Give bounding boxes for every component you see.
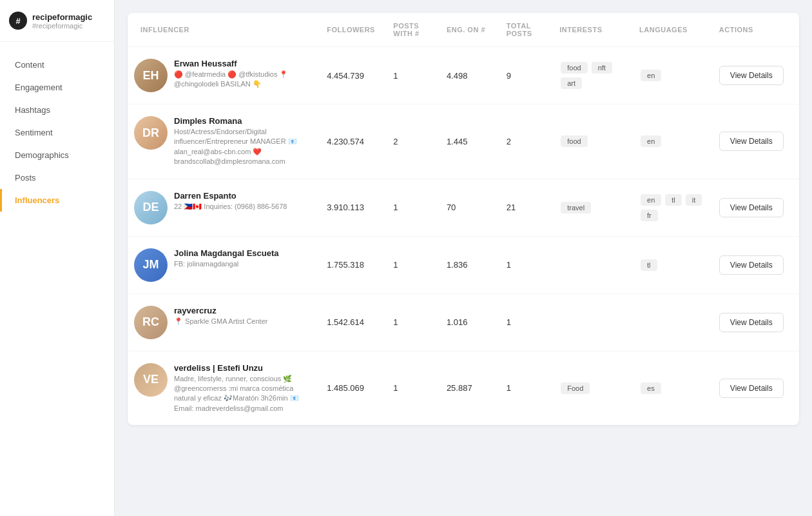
influencer-info: Jolina Magdangal Escueta FB: jolinamagda… bbox=[174, 248, 279, 269]
languages-cell bbox=[633, 293, 713, 351]
influencer-name: verdeliss | Estefi Unzu bbox=[174, 363, 309, 373]
view-details-button[interactable]: View Details bbox=[719, 198, 784, 217]
view-details-button[interactable]: View Details bbox=[719, 66, 784, 85]
avatar: VE bbox=[134, 363, 168, 397]
followers-cell: 4.230.574 bbox=[320, 104, 387, 179]
main-content: INFLUENCER FOLLOWERS POSTS WITH # ENG. O… bbox=[115, 0, 812, 516]
engagement-cell: 4.498 bbox=[440, 47, 500, 104]
interests-cell: Food bbox=[553, 351, 633, 425]
brand-logo-icon: # bbox=[9, 12, 27, 30]
avatar: JM bbox=[134, 248, 168, 282]
language-tag: en bbox=[641, 194, 661, 206]
languages-cell: en bbox=[633, 104, 713, 179]
influencer-cell-2: DR Dimples Romana Host/Actress/Endorser/… bbox=[128, 104, 320, 179]
sidebar-item-content[interactable]: Content bbox=[0, 54, 114, 76]
interest-tag: travel bbox=[561, 202, 591, 213]
brand-text: recipeformagic #recipeformagic bbox=[32, 12, 92, 30]
view-details-button[interactable]: View Details bbox=[719, 379, 784, 398]
followers-cell: 4.454.739 bbox=[320, 47, 387, 104]
posts-with-cell: 1 bbox=[387, 351, 440, 425]
brand-handle: #recipeformagic bbox=[32, 22, 92, 30]
engagement-cell: 70 bbox=[440, 179, 500, 236]
interest-tag: food bbox=[561, 135, 587, 147]
actions-cell: View Details bbox=[713, 236, 799, 293]
engagement-cell: 1.836 bbox=[440, 236, 500, 293]
total-posts-cell: 1 bbox=[500, 236, 554, 293]
influencer-desc: Madre, lifestyle, runner, conscious 🌿@gr… bbox=[174, 374, 309, 414]
posts-with-cell: 1 bbox=[387, 47, 440, 104]
view-details-button[interactable]: View Details bbox=[719, 132, 784, 151]
col-header-total: TOTAL POSTS bbox=[500, 13, 554, 47]
followers-cell: 1.542.614 bbox=[320, 293, 387, 351]
influencer-cell-4: JM Jolina Magdangal Escueta FB: jolinama… bbox=[128, 236, 320, 293]
influencer-info: Darren Espanto 22 🇵🇭🇨🇦 Inquiries: (0968)… bbox=[174, 191, 287, 212]
languages-cell: tl bbox=[633, 236, 713, 293]
sidebar-item-engagement[interactable]: Engagement bbox=[0, 76, 114, 99]
sidebar-item-sentiment[interactable]: Sentiment bbox=[0, 121, 114, 144]
table-row: RC rayvercruz 📍 Sparkle GMA Artist Cente… bbox=[128, 293, 799, 351]
posts-with-cell: 1 bbox=[387, 179, 440, 236]
table-row: DE Darren Espanto 22 🇵🇭🇨🇦 Inquiries: (09… bbox=[128, 179, 799, 236]
posts-with-cell: 1 bbox=[387, 293, 440, 351]
engagement-cell: 25.887 bbox=[440, 351, 500, 425]
interest-tag: food bbox=[561, 62, 587, 74]
influencer-desc: FB: jolinamagdangal bbox=[174, 259, 279, 269]
table-row: DR Dimples Romana Host/Actress/Endorser/… bbox=[128, 104, 799, 179]
influencer-name: Darren Espanto bbox=[174, 191, 287, 201]
languages-cell: es bbox=[633, 351, 713, 425]
influencer-desc: 22 🇵🇭🇨🇦 Inquiries: (0968) 886-5678 bbox=[174, 202, 287, 212]
interest-tag: nft bbox=[592, 62, 612, 74]
col-header-influencer: INFLUENCER bbox=[128, 13, 320, 47]
language-tag: en bbox=[641, 135, 661, 147]
actions-cell: View Details bbox=[713, 47, 799, 104]
avatar: RC bbox=[134, 306, 168, 339]
total-posts-cell: 1 bbox=[500, 351, 554, 425]
influencer-desc: 🔴 @featrmedia 🔴 @tfkistudios 📍 @chingolo… bbox=[174, 70, 309, 90]
influencer-cell-3: DE Darren Espanto 22 🇵🇭🇨🇦 Inquiries: (09… bbox=[128, 179, 320, 236]
total-posts-cell: 1 bbox=[500, 293, 554, 351]
interests-cell bbox=[553, 236, 633, 293]
table-header-row: INFLUENCER FOLLOWERS POSTS WITH # ENG. O… bbox=[128, 13, 799, 47]
interests-cell: travel bbox=[553, 179, 633, 236]
language-tag: es bbox=[641, 382, 661, 394]
actions-cell: View Details bbox=[713, 293, 799, 351]
col-header-languages: LANGUAGES bbox=[633, 13, 713, 47]
language-tag: en bbox=[641, 70, 661, 81]
col-header-interests: INTERESTS bbox=[553, 13, 633, 47]
languages-cell: en bbox=[633, 47, 713, 104]
actions-cell: View Details bbox=[713, 179, 799, 236]
posts-with-cell: 2 bbox=[387, 104, 440, 179]
influencer-cell-5: RC rayvercruz 📍 Sparkle GMA Artist Cente… bbox=[128, 293, 320, 351]
engagement-cell: 1.445 bbox=[440, 104, 500, 179]
influencer-info: rayvercruz 📍 Sparkle GMA Artist Center bbox=[174, 306, 267, 326]
influencer-info: Dimples Romana Host/Actress/Endorser/Dig… bbox=[174, 116, 309, 167]
col-header-eng: ENG. ON # bbox=[440, 13, 500, 47]
sidebar-item-hashtags[interactable]: Hashtags bbox=[0, 99, 114, 121]
sidebar-item-posts[interactable]: Posts bbox=[0, 166, 114, 189]
sidebar-item-demographics[interactable]: Demographics bbox=[0, 144, 114, 166]
influencer-desc: 📍 Sparkle GMA Artist Center bbox=[174, 317, 267, 326]
influencer-desc: Host/Actress/Endorser/Digital influencer… bbox=[174, 127, 309, 167]
interests-cell: food bbox=[553, 104, 633, 179]
table-body: EH Erwan Heussaff 🔴 @featrmedia 🔴 @tfkis… bbox=[128, 47, 799, 426]
influencer-cell-1: EH Erwan Heussaff 🔴 @featrmedia 🔴 @tfkis… bbox=[128, 47, 320, 104]
language-tag: fr bbox=[641, 210, 658, 221]
table-row: JM Jolina Magdangal Escueta FB: jolinama… bbox=[128, 236, 799, 293]
influencer-name: Erwan Heussaff bbox=[174, 59, 309, 68]
brand-name: recipeformagic bbox=[32, 12, 92, 22]
total-posts-cell: 2 bbox=[500, 104, 554, 179]
followers-cell: 3.910.113 bbox=[320, 179, 387, 236]
total-posts-cell: 9 bbox=[500, 47, 554, 104]
brand-header: # recipeformagic #recipeformagic bbox=[0, 0, 114, 42]
sidebar-item-influencers[interactable]: Influencers bbox=[0, 189, 114, 212]
influencer-info: Erwan Heussaff 🔴 @featrmedia 🔴 @tfkistud… bbox=[174, 59, 309, 90]
sidebar-nav: ContentEngagementHashtagsSentimentDemogr… bbox=[0, 42, 114, 516]
col-header-actions: ACTIONS bbox=[713, 13, 799, 47]
interest-tag: Food bbox=[561, 382, 590, 394]
actions-cell: View Details bbox=[713, 351, 799, 425]
followers-cell: 1.755.318 bbox=[320, 236, 387, 293]
influencer-name: Dimples Romana bbox=[174, 116, 309, 126]
view-details-button[interactable]: View Details bbox=[719, 255, 784, 275]
view-details-button[interactable]: View Details bbox=[719, 313, 784, 332]
languages-cell: entlitfr bbox=[633, 179, 713, 236]
